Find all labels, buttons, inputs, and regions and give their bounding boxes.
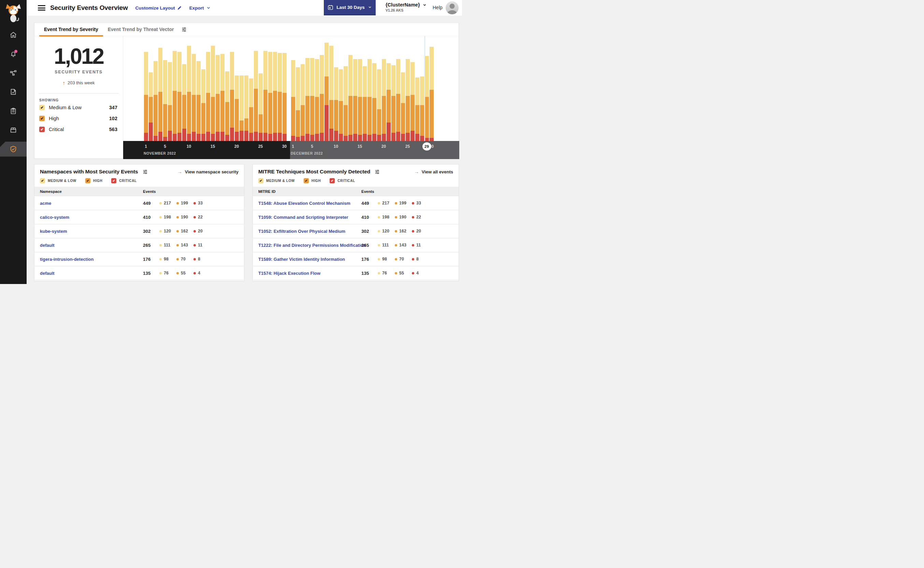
hamburger-menu-button[interactable] [38,5,45,11]
filter-chip-critical[interactable]: ✔CRITICAL [111,178,137,183]
checkbox-critical[interactable]: ✔ [330,178,335,183]
row-link[interactable]: T1589: Gather Victim Identity Informatio… [253,257,345,262]
event-bar[interactable] [353,59,357,141]
event-bar[interactable] [329,46,333,141]
row-link[interactable]: T1574: Hijack Execution Flow [253,271,320,276]
checkbox-high[interactable]: ✔ [85,178,90,183]
row-link[interactable]: T1052: Exfiltration Over Physical Medium [253,229,345,234]
sidebar-item-policies[interactable] [0,84,27,99]
filter-chip-medium_low[interactable]: ✔MEDIUM & LOW [258,178,295,183]
sidebar-item-workloads[interactable] [0,122,27,137]
row-link[interactable]: default [35,271,54,276]
row-link[interactable]: T1059: Command and Scripting Interpreter [253,215,348,220]
event-bar[interactable] [187,46,191,141]
event-bar[interactable] [377,69,381,141]
date-range-button[interactable]: Last 30 Days [324,0,376,15]
event-bar[interactable] [168,62,172,141]
event-bar[interactable] [415,77,419,141]
checkbox-medium_low[interactable]: ✔ [258,178,264,183]
checkbox-critical[interactable]: ✔ [39,127,45,132]
tab-event-trend-by-severity[interactable]: Event Trend by Severity [39,23,103,36]
checkbox-critical[interactable]: ✔ [111,178,116,183]
event-bar[interactable] [406,59,410,141]
export-menu-button[interactable]: Export [189,6,211,11]
namespaces-filter-settings-button[interactable] [142,169,148,175]
event-bar[interactable] [273,52,277,141]
event-bar[interactable] [339,69,343,141]
event-bar[interactable] [225,71,229,141]
filter-chip-high[interactable]: ✔HIGH [85,178,102,183]
event-bar[interactable] [144,52,148,141]
event-bar[interactable] [425,56,429,141]
event-bar[interactable] [296,67,300,141]
sidebar-item-alerts[interactable] [0,47,27,62]
event-bar[interactable] [220,54,225,141]
event-bar[interactable] [368,59,372,141]
event-bar[interactable] [291,60,295,141]
today-marker-circle[interactable]: 29 [422,142,431,151]
event-bar[interactable] [320,55,324,141]
row-link[interactable]: T1222: File and Directory Permissions Mo… [253,243,366,248]
event-bar[interactable] [344,66,348,141]
row-link[interactable]: acme [35,201,51,206]
filter-chip-medium_low[interactable]: ✔MEDIUM & LOW [40,178,77,183]
view-all-events-link[interactable]: → View all events [414,169,453,174]
event-bar[interactable] [310,58,314,141]
event-bar[interactable] [268,52,272,141]
event-bar[interactable] [387,63,391,141]
event-bar[interactable] [264,51,267,141]
row-link[interactable]: default [35,243,54,248]
event-bar[interactable] [420,77,424,141]
event-bar[interactable] [278,53,282,141]
help-link[interactable]: Help [433,5,443,10]
event-bar[interactable] [235,76,239,141]
mitre-filter-settings-button[interactable] [374,169,380,175]
event-bar[interactable] [363,66,367,141]
event-bar[interactable] [206,52,210,141]
sidebar-item-threat-defense[interactable] [0,142,27,157]
event-bar[interactable] [391,65,395,141]
event-bar[interactable] [259,73,263,141]
calico-cat-logo[interactable] [5,3,22,23]
event-bar[interactable] [196,61,200,141]
event-bar[interactable] [334,67,338,141]
sidebar-item-home[interactable] [0,27,27,42]
filter-chip-critical[interactable]: ✔CRITICAL [330,178,355,183]
checkbox-high[interactable]: ✔ [304,178,309,183]
row-link[interactable]: kube-system [35,229,67,234]
trend-filter-settings-button[interactable] [181,27,187,32]
event-bar[interactable] [173,51,177,141]
event-bar[interactable] [382,59,386,141]
checkbox-medium_low[interactable]: ✔ [39,105,45,110]
event-bar[interactable] [163,60,167,141]
event-bar[interactable] [178,52,181,141]
event-bar[interactable] [358,59,362,141]
event-bar[interactable] [324,43,329,141]
sidebar-item-compliance[interactable] [0,103,27,118]
event-bar[interactable] [154,61,158,141]
row-link[interactable]: tigera-intrusion-detection [35,257,93,262]
event-bar[interactable] [244,76,249,141]
checkbox-high[interactable]: ✔ [39,116,45,121]
event-bar[interactable] [216,55,220,141]
event-bar[interactable] [192,54,196,141]
event-bar[interactable] [396,59,400,141]
event-bar[interactable] [254,51,258,141]
event-bar[interactable] [315,59,319,141]
customize-layout-link[interactable]: Customize Layout [136,6,182,11]
filter-chip-high[interactable]: ✔HIGH [304,178,321,183]
event-bar[interactable] [240,76,244,141]
event-bar[interactable] [348,55,353,141]
sidebar-item-service-graph[interactable] [0,65,27,80]
event-bar[interactable] [149,73,153,141]
event-bar[interactable] [158,48,163,141]
event-bar[interactable] [430,47,434,141]
checkbox-medium_low[interactable]: ✔ [40,178,45,183]
tab-event-trend-by-threat-vector[interactable]: Event Trend by Threat Vector [103,23,179,36]
view-namespace-security-link[interactable]: → View namespace security [178,169,238,174]
row-link[interactable]: T1548: Abuse Elevation Control Mechanism [253,201,350,206]
cluster-selector[interactable]: {ClusterName} V1.26 AKS [386,2,427,12]
event-bar[interactable] [401,73,405,141]
event-bar[interactable] [305,58,309,141]
event-bar[interactable] [230,52,234,141]
